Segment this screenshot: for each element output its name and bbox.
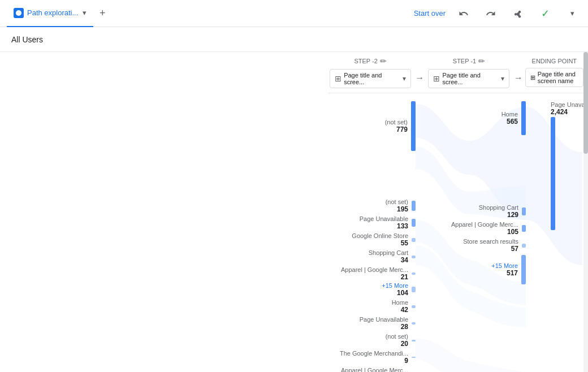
step2-node-home42: Home 42 bbox=[328, 299, 416, 314]
scrollbar-thumb[interactable] bbox=[583, 52, 588, 154]
path-area[interactable]: STEP -2 ✏ ⊞ Page title and scree... ▾ → … bbox=[328, 52, 583, 372]
step2-nodes: (not set) 779 (not set) 195 bbox=[328, 101, 416, 372]
step1-node-home565: Home 565 bbox=[438, 101, 526, 135]
chart-wrapper: (not set) 779 (not set) 195 bbox=[328, 96, 583, 113]
node-bar bbox=[412, 322, 416, 325]
node-bar bbox=[412, 340, 416, 341]
tab-chevron-icon[interactable]: ▾ bbox=[83, 8, 87, 17]
step2-node-apparel21: Apparel | Google Merc... 21 bbox=[328, 266, 416, 281]
step1-node-apparel105: Apparel | Google Merc... 105 bbox=[438, 221, 526, 236]
node-bar bbox=[522, 207, 526, 215]
step2-selector-chevron: ▾ bbox=[403, 75, 406, 83]
share-icon[interactable] bbox=[509, 5, 527, 23]
step2-node-notset779: (not set) 779 bbox=[328, 101, 416, 151]
ending-selector[interactable]: ⊞ Page title and screen name bbox=[525, 68, 583, 87]
node-bar bbox=[412, 272, 416, 275]
ending-node-unavail2424: Page Unavailable 2,424 bbox=[548, 101, 583, 230]
node-bar bbox=[521, 255, 526, 284]
undo-icon[interactable] bbox=[455, 5, 473, 23]
node-bar bbox=[412, 357, 416, 358]
node-bar bbox=[522, 225, 526, 232]
step2-col: STEP -2 ✏ ⊞ Page title and scree... ▾ bbox=[328, 57, 413, 88]
header-right: Start over ✓ ▾ bbox=[414, 5, 581, 23]
path-exploration-tab[interactable]: Path explorati... ▾ bbox=[7, 0, 93, 27]
tab-bar: Path explorati... ▾ + Start over ✓ ▾ bbox=[0, 0, 588, 27]
step1-selector-chevron: ▾ bbox=[501, 75, 504, 83]
left-panel bbox=[0, 52, 328, 372]
add-tab-button[interactable]: + bbox=[93, 5, 111, 23]
step2-node-unavail28: Page Unavailable 28 bbox=[328, 316, 416, 331]
steps-header: STEP -2 ✏ ⊞ Page title and scree... ▾ → … bbox=[328, 52, 583, 93]
node-bar bbox=[412, 238, 416, 242]
step1-label: STEP -1 ✏ bbox=[453, 57, 485, 66]
step2-node-unavail133: Page Unavailable 133 bbox=[328, 215, 416, 230]
step1-node-cart129: Shopping Cart 129 bbox=[438, 204, 526, 219]
subtitle-bar: All Users bbox=[0, 27, 588, 52]
step1-selector[interactable]: ⊞ Page title and scree... ▾ bbox=[428, 69, 509, 88]
ending-nodes: Page Unavailable 2,424 bbox=[548, 101, 583, 232]
node-bar bbox=[412, 256, 416, 258]
main-content: STEP -2 ✏ ⊞ Page title and scree... ▾ → … bbox=[0, 52, 588, 372]
step1-edit-icon[interactable]: ✏ bbox=[478, 57, 485, 66]
node-bar bbox=[412, 305, 416, 308]
ending-selector-icon: ⊞ bbox=[530, 74, 535, 81]
step2-node-cart34: Shopping Cart 34 bbox=[328, 249, 416, 264]
node-bar bbox=[521, 101, 526, 135]
arrow2: → bbox=[514, 73, 523, 83]
redo-icon[interactable] bbox=[482, 5, 500, 23]
ending-node-bar bbox=[551, 117, 555, 230]
step2-node-apparel8: Apparel | Google Merc... 8 bbox=[328, 367, 416, 372]
node-bar bbox=[412, 287, 416, 292]
node-bar bbox=[411, 101, 416, 151]
step2-node-merchan9: The Google Merchandi... 9 bbox=[328, 350, 416, 365]
node-bar bbox=[412, 201, 416, 211]
step2-label: STEP -2 ✏ bbox=[354, 57, 386, 66]
step1-col: STEP -1 ✏ ⊞ Page title and scree... ▾ bbox=[426, 57, 511, 88]
node-bar bbox=[412, 219, 416, 227]
tab-label: Path explorati... bbox=[27, 8, 78, 17]
step2-edit-icon[interactable]: ✏ bbox=[380, 57, 387, 66]
ending-col: ENDING POINT ⊞ Page title and screen nam… bbox=[525, 58, 583, 87]
more-options-icon[interactable]: ▾ bbox=[563, 5, 581, 23]
step2-node-more104[interactable]: +15 More 104 bbox=[328, 282, 416, 297]
step1-node-more517[interactable]: +15 More 517 bbox=[438, 255, 526, 284]
step1-nodes: Home 565 Shopping Cart 129 bbox=[438, 101, 526, 287]
step2-node-notset20: (not set) 20 bbox=[328, 333, 416, 348]
node-bar bbox=[522, 244, 526, 248]
step2-node-notset195: (not set) 195 bbox=[328, 198, 416, 213]
step1-selector-icon: ⊞ bbox=[433, 74, 440, 83]
arrow1: → bbox=[415, 73, 424, 83]
check-circle-icon[interactable]: ✓ bbox=[536, 5, 554, 23]
scrollbar-track[interactable] bbox=[583, 52, 588, 372]
start-over-button[interactable]: Start over bbox=[414, 9, 446, 18]
step2-selector-icon: ⊞ bbox=[335, 74, 341, 83]
step1-node-store57: Store search results 57 bbox=[438, 238, 526, 253]
step2-selector[interactable]: ⊞ Page title and scree... ▾ bbox=[330, 69, 411, 88]
tab-icon bbox=[14, 8, 24, 18]
ending-label: ENDING POINT bbox=[532, 58, 577, 64]
all-users-label: All Users bbox=[11, 35, 43, 44]
svg-point-0 bbox=[16, 10, 21, 16]
step2-node-google55: Google Online Store 55 bbox=[328, 232, 416, 247]
